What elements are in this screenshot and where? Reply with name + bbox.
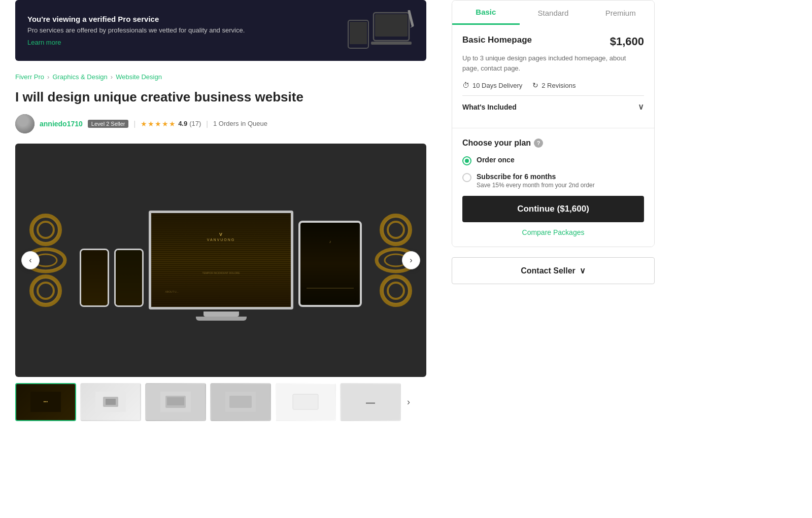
carousel-prev-button[interactable]: ‹ [21, 251, 40, 269]
plan-title: Choose your plan ? [462, 139, 644, 148]
svg-point-18 [388, 222, 404, 238]
phone-mockup-2 [114, 249, 144, 307]
thumb-2-icon [95, 392, 126, 412]
pro-banner-subtext: Pro services are offered by professional… [27, 26, 343, 34]
package-header: Basic Homepage $1,600 [462, 35, 644, 48]
monitor-mockup: V VANVUONG TEMPOR INCIDIDUNT DOLORE ABOU… [149, 211, 293, 309]
compare-packages-link[interactable]: Compare Packages [462, 228, 644, 236]
review-count: (17) [189, 120, 201, 127]
pro-banner: You're viewing a verified Pro service Pr… [15, 0, 426, 61]
avatar [15, 114, 35, 133]
contact-seller-button[interactable]: Contact Seller ∨ [452, 257, 655, 284]
package-body: Basic Homepage $1,600 Up to 3 unique des… [452, 25, 654, 128]
whats-included-toggle[interactable]: What's Included ∨ [462, 95, 644, 118]
svg-rect-34 [167, 397, 184, 405]
whats-included-label: What's Included [462, 103, 517, 111]
svg-point-12 [38, 283, 54, 299]
devices-mockup: V VANVUONG TEMPOR INCIDIDUNT DOLORE ABOU… [80, 211, 362, 309]
thumb-4-icon [225, 392, 256, 412]
package-description: Up to 3 unique design pages included hom… [462, 53, 644, 73]
main-image-container: V VANVUONG TEMPOR INCIDIDUNT DOLORE ABOU… [15, 144, 426, 377]
svg-point-11 [31, 277, 60, 305]
breadcrumb: Fiverr Pro › Graphics & Design › Website… [15, 73, 426, 81]
breadcrumb-separator-1: › [47, 73, 49, 81]
pro-banner-headline: You're viewing a verified Pro service [27, 15, 343, 23]
clock-icon: ⏱ [462, 81, 469, 89]
plan-title-label: Choose your plan [462, 139, 531, 148]
seller-divider-1: | [133, 120, 136, 128]
phone-mockup-1 [80, 249, 109, 307]
svg-rect-31 [106, 399, 116, 405]
subscribe-sublabel: Save 15% every month from your 2nd order [477, 182, 595, 189]
right-panel: Basic Standard Premium Basic Homepage $1… [442, 0, 665, 436]
learn-more-link[interactable]: Learn more [27, 39, 61, 46]
tablet-mockup: ♪ [298, 221, 362, 307]
seller-badge: Level 2 Seller [88, 120, 129, 128]
order-once-option[interactable]: Order once [462, 156, 644, 165]
revisions-meta: ↻ 2 Revisions [532, 81, 576, 89]
package-price: $1,600 [610, 35, 644, 48]
thumbnail-6[interactable]: ▬▬ [340, 383, 401, 421]
delivery-label: 10 Days Delivery [472, 82, 522, 89]
breadcrumb-separator-2: › [111, 73, 113, 81]
svg-point-21 [382, 277, 410, 305]
pro-banner-icon [343, 10, 414, 51]
thumb-1-icon: ▪▪▪ [30, 392, 61, 412]
seller-divider-2: | [206, 120, 208, 128]
subscribe-label: Subscribe for 6 months [477, 172, 595, 181]
svg-rect-6 [350, 22, 367, 44]
svg-text:▪▪▪: ▪▪▪ [44, 399, 48, 404]
svg-rect-1 [375, 14, 408, 37]
seller-row: anniedo1710 Level 2 Seller | ★★★★★ 4.9 (… [15, 114, 426, 133]
thumbnail-5[interactable] [275, 383, 336, 421]
thumbnail-1[interactable]: ▪▪▪ [15, 383, 76, 421]
svg-rect-36 [229, 396, 252, 408]
pro-banner-illustration [343, 10, 414, 51]
thumbnail-4[interactable] [210, 383, 271, 421]
continue-button[interactable]: Continue ($1,600) [462, 196, 644, 222]
order-once-radio[interactable] [462, 156, 471, 165]
svg-point-22 [388, 283, 404, 299]
tab-standard[interactable]: Standard [520, 1, 587, 25]
seller-rating: ★★★★★ 4.9 (17) [141, 120, 201, 128]
carousel-next-button[interactable]: › [402, 251, 420, 269]
subscribe-radio[interactable] [462, 173, 471, 182]
thumb-6-icon: ▬▬ [355, 392, 386, 412]
breadcrumb-graphics-design[interactable]: Graphics & Design [52, 73, 107, 81]
tab-basic[interactable]: Basic [452, 1, 520, 25]
svg-rect-2 [371, 42, 412, 45]
contact-seller-chevron: ∨ [580, 266, 586, 275]
svg-rect-38 [293, 394, 318, 409]
listing-title: I will design unique creative business w… [15, 89, 426, 106]
svg-point-7 [31, 216, 60, 244]
svg-point-8 [38, 222, 54, 238]
star-icons: ★★★★★ [141, 120, 176, 128]
thumbnail-3[interactable] [145, 383, 206, 421]
package-name: Basic Homepage [462, 35, 532, 45]
svg-point-17 [382, 216, 410, 244]
rating-score: 4.9 [178, 120, 187, 127]
thumb-3-icon [160, 392, 191, 412]
thumb-5-icon [290, 392, 321, 412]
breadcrumb-website-design[interactable]: Website Design [116, 73, 162, 81]
orders-in-queue: 1 Orders in Queue [213, 120, 267, 127]
seller-name[interactable]: anniedo1710 [40, 120, 83, 128]
question-icon: ? [534, 139, 543, 148]
contact-seller-label: Contact Seller [521, 266, 576, 275]
tab-premium[interactable]: Premium [587, 1, 654, 25]
package-card: Basic Standard Premium Basic Homepage $1… [452, 0, 655, 247]
thumbnail-2[interactable] [80, 383, 141, 421]
svg-text:▬▬: ▬▬ [366, 400, 375, 405]
subscribe-text: Subscribe for 6 months Save 15% every mo… [477, 172, 595, 189]
thumbnail-next-button[interactable]: › [405, 397, 412, 407]
revisions-label: 2 Revisions [542, 82, 576, 89]
package-tabs: Basic Standard Premium [452, 1, 654, 25]
pro-banner-text: You're viewing a verified Pro service Pr… [27, 15, 343, 46]
thumbnail-strip: ▪▪▪ [15, 383, 426, 421]
plan-section: Choose your plan ? Order once Subscribe … [452, 128, 654, 247]
breadcrumb-fiverr-pro[interactable]: Fiverr Pro [15, 73, 44, 81]
delivery-meta: ⏱ 10 Days Delivery [462, 81, 522, 89]
order-once-label: Order once [477, 156, 515, 164]
order-once-text: Order once [477, 156, 515, 164]
subscribe-option[interactable]: Subscribe for 6 months Save 15% every mo… [462, 172, 644, 189]
